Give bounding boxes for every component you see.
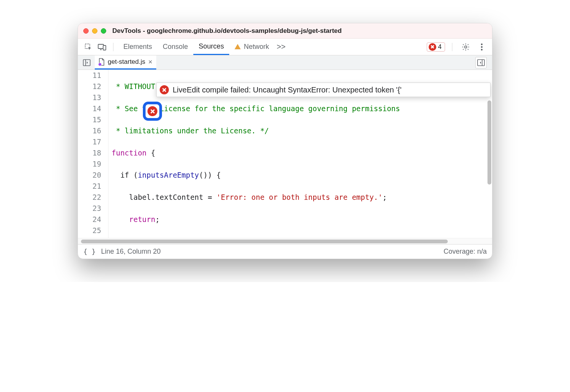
code-text: * limitations under the License. */ [112,126,269,135]
close-tab-icon[interactable]: × [148,58,152,66]
line-number[interactable]: 13 [78,92,101,103]
code-text: return [129,215,155,224]
line-number[interactable]: 14 [78,103,101,114]
settings-gear-icon[interactable] [459,40,472,53]
editor-area: 11 12 13 14 15 16 17 18 19 20 21 22 23 2… [78,70,492,238]
code-text: if ( [112,171,138,179]
kebab-menu-icon[interactable] [475,40,488,53]
main-toolbar: Elements Console Sources Network >> 4 [78,39,492,55]
svg-point-7 [481,49,483,50]
more-tabs-button[interactable]: >> [274,42,288,51]
line-number[interactable]: 15 [78,114,101,125]
tab-network-label: Network [244,43,269,51]
tab-console[interactable]: Console [157,39,193,55]
code-text: { [147,149,155,157]
line-number[interactable]: 17 [78,136,101,147]
error-tooltip-text: LiveEdit compile failed: Uncaught Syntax… [173,86,402,94]
inline-error-marker[interactable] [143,102,162,121]
toolbar-right: 4 [427,40,488,53]
line-number[interactable]: 11 [78,70,101,81]
statusbar: { } Line 16, Column 20 Coverage: n/a [78,244,492,259]
panel-tabs: Elements Console Sources Network >> [118,39,288,55]
svg-rect-1 [98,44,104,49]
code-text: ; [155,215,159,224]
cursor-position: Line 16, Column 20 [101,248,161,256]
inspect-element-icon[interactable] [82,40,95,53]
maximize-window-button[interactable] [101,28,106,34]
coverage-status: Coverage: n/a [444,248,487,256]
minimize-window-button[interactable] [92,28,97,34]
code-text: ; [382,193,387,201]
svg-point-4 [465,46,467,48]
line-number[interactable]: 20 [78,170,101,181]
code-text: label.textContent = [112,193,217,201]
file-name: get-started.js [108,58,145,66]
window-title: DevTools - googlechrome.github.io/devtoo… [112,27,342,35]
line-number[interactable]: 25 [78,225,101,236]
error-icon [147,106,157,116]
code-text: } [112,237,125,238]
line-number[interactable]: 23 [78,203,101,214]
horizontal-scrollbar-thumb[interactable] [81,240,448,243]
line-gutter: 11 12 13 14 15 16 17 18 19 20 21 22 23 2… [78,70,108,238]
line-number[interactable]: 19 [78,159,101,170]
toolbar-divider [113,43,113,51]
toolbar-divider [452,43,452,51]
error-count: 4 [438,43,442,51]
line-number[interactable]: 22 [78,192,101,203]
device-toggle-icon[interactable] [96,40,108,53]
svg-rect-3 [103,45,106,50]
line-number[interactable]: 16 [78,125,101,136]
vertical-scrollbar[interactable] [487,100,491,185]
file-icon [99,58,105,66]
tab-network[interactable]: Network [229,39,274,55]
error-icon [160,85,169,94]
unsaved-dot-icon [98,63,102,66]
file-tab[interactable]: get-started.js × [95,55,156,70]
code-text [112,215,129,224]
error-count-badge[interactable]: 4 [427,42,445,52]
line-number[interactable]: 24 [78,214,101,225]
error-icon [429,43,436,51]
line-number[interactable]: 12 [78,81,101,92]
svg-point-5 [481,43,483,45]
code-text: 'Error: one or both inputs are empty.' [217,193,383,201]
horizontal-scrollbar-track[interactable] [78,238,492,244]
show-navigator-icon[interactable] [81,57,92,68]
svg-point-6 [481,46,483,47]
window-controls [83,28,106,34]
tab-sources[interactable]: Sources [193,39,229,55]
code-text: function [112,149,147,157]
titlebar: DevTools - googlechrome.github.io/devtoo… [78,23,492,39]
line-number[interactable]: 18 [78,147,101,159]
code-text: inputsAreEmpty [138,171,199,179]
line-number[interactable]: 21 [78,181,101,192]
warning-icon [235,44,241,49]
code-text: ()) { [199,171,221,179]
close-window-button[interactable] [83,28,89,34]
pretty-print-icon[interactable]: { } [83,248,96,256]
file-tab-bar: get-started.js × [78,55,492,70]
devtools-window: DevTools - googlechrome.github.io/devtoo… [78,23,492,259]
tab-elements[interactable]: Elements [118,39,157,55]
error-tooltip: LiveEdit compile failed: Uncaught Syntax… [156,83,491,97]
show-debugger-icon[interactable] [475,57,487,68]
